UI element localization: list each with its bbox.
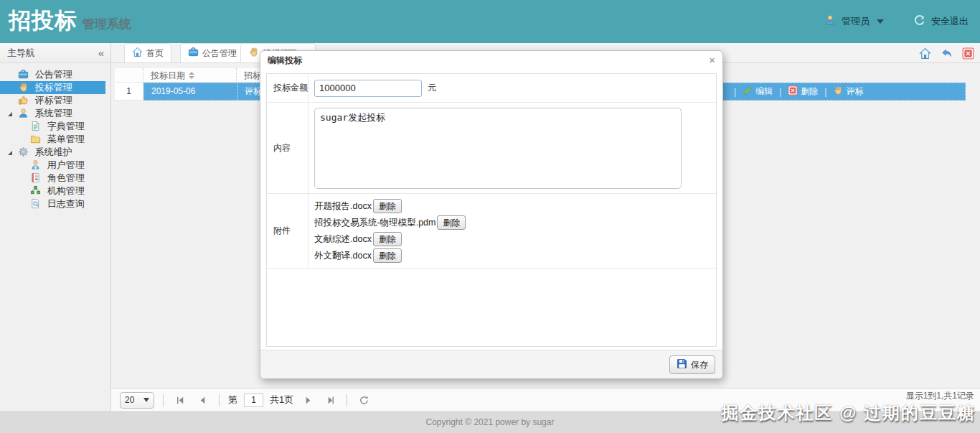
- row-action-delete[interactable]: 删除: [788, 85, 818, 98]
- sidebar-item-role-mgmt[interactable]: 角色管理: [0, 172, 105, 185]
- sidebar-item-dictionary-mgmt[interactable]: 字典管理: [0, 120, 105, 133]
- form-row-attachments: 附件 开题报告.docx 删除 招投标交易系统-物理模型.pdm 删除 文献综述…: [267, 194, 716, 269]
- page-size-value: 20: [125, 395, 134, 405]
- sidebar-item-log-query[interactable]: 日志查询: [0, 197, 105, 210]
- dialog-title: 编辑投标: [268, 55, 302, 65]
- role-icon: [30, 172, 41, 183]
- sidebar-nav: 公告管理 投标管理 评标管理 系统管理 字典管理 菜单管理: [0, 63, 110, 210]
- edit-icon: [743, 85, 753, 98]
- grid-header-bid-date[interactable]: 投标日期: [143, 68, 237, 83]
- sidebar: 主导航 « 公告管理 投标管理 评标管理 系统管理 字: [0, 43, 111, 411]
- pager-prev-button[interactable]: [194, 392, 210, 408]
- sidebar-item-label: 机构管理: [47, 185, 85, 196]
- sidebar-item-evaluation-mgmt[interactable]: 评标管理: [0, 94, 105, 107]
- sidebar-item-label: 公告管理: [35, 69, 72, 80]
- sidebar-collapse-icon[interactable]: «: [98, 43, 104, 63]
- sidebar-title: 主导航: [7, 47, 35, 58]
- pager-divider: [163, 394, 164, 406]
- sidebar-item-announcement-mgmt[interactable]: 公告管理: [0, 68, 105, 81]
- row-number-cell: 1: [115, 83, 143, 101]
- attachment-delete-button[interactable]: 删除: [437, 215, 466, 230]
- attachment-filename: 外文翻译.docx: [314, 250, 372, 262]
- home-icon: [132, 47, 143, 60]
- amount-unit-label: 元: [428, 82, 436, 94]
- page-footer: Copyright © 2021 power by sugar: [0, 411, 980, 433]
- log-search-icon: [30, 198, 41, 209]
- sidebar-item-label: 用户管理: [47, 159, 85, 170]
- save-button-label: 保存: [691, 359, 708, 371]
- delete-icon: [788, 85, 798, 98]
- hand-icon: [248, 47, 259, 60]
- dialog-footer: 保存: [260, 350, 722, 378]
- attachment-filename: 招投标交易系统-物理模型.pdm: [314, 217, 435, 229]
- attachment-delete-button[interactable]: 删除: [373, 248, 402, 263]
- page-number-input[interactable]: [244, 394, 263, 407]
- tab-label: 公告管理: [202, 47, 237, 60]
- sidebar-item-bid-mgmt[interactable]: 投标管理: [0, 81, 105, 94]
- attachments-label: 附件: [267, 194, 308, 268]
- user-menu[interactable]: 管理员: [842, 15, 870, 28]
- pager-next-button[interactable]: [300, 392, 316, 408]
- attachment-delete-button[interactable]: 删除: [373, 199, 402, 213]
- sidebar-item-system-mgmt[interactable]: 系统管理: [0, 107, 105, 120]
- content-textarea[interactable]: sugar发起投标: [314, 108, 682, 189]
- attachment-item: 开题报告.docx 删除: [314, 198, 402, 214]
- form-row-content: 内容 sugar发起投标: [267, 103, 716, 194]
- content-label: 内容: [267, 103, 308, 193]
- app-header: 招投标 管理系统 管理员 安全退出: [0, 0, 980, 43]
- tree-expand-icon[interactable]: [8, 112, 12, 116]
- action-divider: |: [734, 87, 736, 97]
- sidebar-item-org-mgmt[interactable]: 机构管理: [0, 185, 105, 197]
- dialog-body: 投标金额 元 内容 sugar发起投标 附件 开题: [260, 70, 722, 350]
- row-action-edit[interactable]: 编辑: [743, 85, 773, 98]
- chevron-down-icon[interactable]: [877, 19, 884, 24]
- folder-icon: [30, 134, 41, 144]
- page-total-label: 共1页: [270, 394, 293, 406]
- attachment-item: 招投标交易系统-物理模型.pdm 删除: [314, 215, 466, 231]
- briefcase-icon: [188, 47, 199, 60]
- pager-last-button[interactable]: [322, 392, 338, 408]
- sidebar-item-menu-mgmt[interactable]: 菜单管理: [0, 133, 105, 146]
- header-user-area: 管理员 安全退出: [824, 0, 969, 43]
- action-label: 编辑: [755, 85, 773, 98]
- page-size-select[interactable]: 20: [120, 392, 154, 409]
- save-button[interactable]: 保存: [669, 355, 715, 374]
- pager-bar: 20 第 共1页 显示1到1,共1记录: [111, 388, 980, 411]
- pager-divider: [347, 394, 347, 406]
- logout-button[interactable]: 安全退出: [931, 15, 969, 28]
- sidebar-item-label: 系统维护: [35, 146, 72, 157]
- bid-amount-input[interactable]: [314, 80, 422, 97]
- sidebar-item-label: 评标管理: [35, 95, 72, 106]
- tab-label: 首页: [146, 47, 164, 60]
- briefcase-icon: [18, 69, 29, 80]
- app-logo: 招投标 管理系统: [9, 6, 131, 36]
- close-red-icon[interactable]: [962, 47, 974, 62]
- sort-icon[interactable]: [189, 72, 194, 79]
- logout-icon: [914, 14, 925, 29]
- sidebar-item-user-mgmt[interactable]: 用户管理: [0, 159, 105, 172]
- tab-toolbar: [919, 47, 974, 62]
- edit-bid-form: 投标金额 元 内容 sugar发起投标 附件 开题: [266, 73, 717, 347]
- refresh-icon[interactable]: [356, 392, 372, 408]
- row-action-evaluate[interactable]: 评标: [833, 85, 863, 98]
- action-divider: |: [779, 87, 781, 97]
- user-icon: [30, 159, 41, 170]
- sidebar-header: 主导航 «: [0, 43, 110, 63]
- dialog-close-icon[interactable]: ×: [709, 51, 715, 70]
- sidebar-item-label: 日志查询: [47, 198, 85, 209]
- pager-first-button[interactable]: [172, 392, 188, 408]
- tab-home[interactable]: 首页: [124, 43, 171, 62]
- home-icon[interactable]: [919, 47, 931, 62]
- page-prefix-label: 第: [228, 394, 237, 406]
- avatar-icon: [824, 14, 836, 29]
- dialog-header[interactable]: 编辑投标 ×: [260, 51, 722, 70]
- sidebar-item-system-maintenance[interactable]: 系统维护: [0, 146, 105, 159]
- back-icon[interactable]: [941, 47, 953, 62]
- document-icon: [30, 121, 41, 131]
- cell-divider: [237, 83, 238, 100]
- copyright-text: Copyright © 2021 power by sugar: [426, 417, 555, 427]
- tree-expand-icon[interactable]: [8, 151, 12, 155]
- attachment-filename: 文献综述.docx: [314, 233, 372, 246]
- attachment-filename: 开题报告.docx: [314, 200, 372, 213]
- attachment-delete-button[interactable]: 删除: [373, 232, 402, 246]
